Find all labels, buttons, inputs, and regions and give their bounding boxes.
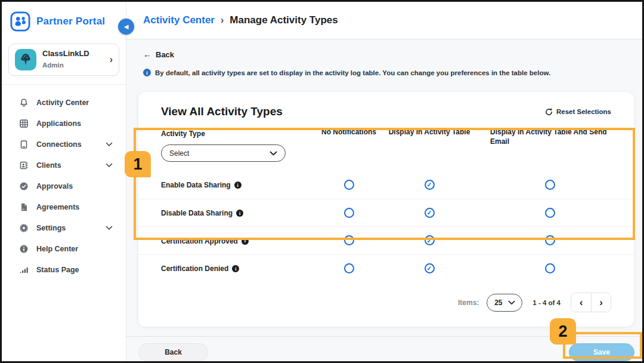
sidebar-item-agreements[interactable]: Agreements [2, 196, 126, 217]
radio-no-notifications[interactable] [344, 263, 354, 273]
save-button[interactable]: Save [569, 343, 634, 361]
card-title: View All Activity Types [161, 105, 283, 118]
breadcrumb: Activity Center › Manage Activity Types [126, 2, 642, 39]
chevron-down-icon [106, 142, 113, 147]
info-icon: i [143, 69, 151, 76]
table-row: Enable Data Sharingi [138, 171, 634, 199]
table-body: Enable Data Sharingi Disable Data Sharin… [138, 171, 634, 282]
sidebar-item-label: Connections [36, 140, 82, 149]
info-icon: i [232, 265, 239, 272]
activity-types-card: View All Activity Types Reset Selections… [138, 92, 634, 327]
check-circle-icon [19, 182, 29, 191]
info-icon: i [242, 238, 249, 245]
sidebar-item-help-center[interactable]: Help Center [2, 238, 126, 259]
sidebar-item-status-page[interactable]: Status Page [2, 259, 126, 280]
footer-actions: Back Save [126, 336, 642, 361]
radio-display-and-email[interactable] [545, 263, 555, 273]
gear-icon [19, 223, 29, 233]
table-header-row: Activity Type Select No Notifications Di… [138, 118, 634, 162]
chevron-right-icon: › [110, 54, 113, 65]
sidebar-item-label: Clients [36, 161, 61, 170]
previous-page-button[interactable]: ‹ [571, 293, 591, 312]
info-icon: i [234, 182, 242, 189]
row-label: Certification Denied [161, 264, 228, 273]
radio-display-in-table[interactable] [425, 235, 435, 245]
sidebar-item-activity-center[interactable]: Activity Center [2, 92, 126, 113]
radio-display-in-table[interactable] [425, 263, 435, 273]
agreement-icon [19, 202, 29, 212]
clients-icon [19, 161, 29, 170]
reset-label: Reset Selections [556, 108, 611, 115]
sidebar-item-label: Applications [36, 119, 81, 128]
chevron-down-icon [106, 163, 113, 168]
sidebar-collapse-button[interactable]: ◀ [118, 19, 134, 35]
app-frame: Partner Portal ClassLinkLD Admin › Activ… [0, 0, 644, 363]
chevron-down-icon [106, 226, 113, 230]
back-link-label: Back [156, 50, 174, 59]
account-card[interactable]: ClassLinkLD Admin › [8, 44, 119, 76]
content: ← Back i By default, all activity types … [126, 39, 642, 361]
back-button[interactable]: Back [138, 343, 208, 361]
sidebar-item-applications[interactable]: Applications [2, 113, 126, 134]
connections-icon [19, 140, 29, 149]
radio-display-and-email[interactable] [545, 208, 555, 218]
radio-display-and-email[interactable] [545, 235, 555, 245]
sidebar-item-label: Help Center [36, 245, 78, 253]
sidebar-item-label: Activity Center [36, 99, 89, 107]
account-avatar [15, 49, 36, 70]
row-label: Enable Data Sharing [161, 181, 231, 189]
back-link[interactable]: ← Back [143, 50, 174, 59]
radio-no-notifications[interactable] [344, 208, 354, 218]
select-value: Select [169, 149, 189, 158]
account-name: ClassLinkLD [42, 49, 104, 59]
sidebar-item-clients[interactable]: Clients [2, 155, 126, 176]
account-info: ClassLinkLD Admin [42, 49, 104, 70]
radio-no-notifications[interactable] [344, 180, 354, 190]
chevron-down-icon [270, 151, 277, 156]
activity-type-select[interactable]: Select [161, 144, 286, 162]
help-icon [19, 244, 29, 254]
next-page-button[interactable]: › [591, 293, 611, 312]
sidebar-item-label: Status Page [36, 266, 79, 274]
main-area: Activity Center › Manage Activity Types … [126, 2, 642, 361]
reset-icon [545, 108, 553, 116]
sidebar-nav: Activity Center Applications Connections… [2, 85, 126, 280]
table-row: Certification Deniedi [138, 254, 634, 282]
radio-display-in-table[interactable] [425, 208, 435, 218]
sidebar: Partner Portal ClassLinkLD Admin › Activ… [2, 2, 126, 361]
pagination-range: 1 - 4 of 4 [532, 299, 561, 306]
sidebar-item-approvals[interactable]: Approvals [2, 176, 126, 196]
sidebar-item-connections[interactable]: Connections [2, 134, 126, 155]
items-per-page-value: 25 [494, 299, 502, 307]
row-label: Disable Data Sharing [161, 209, 233, 217]
pagination: Items: 25 1 - 4 of 4 ‹ › [138, 293, 634, 312]
info-icon: i [236, 210, 243, 217]
notice-text: By default, all activity types are set t… [155, 69, 550, 76]
account-role: Admin [42, 61, 64, 69]
brand: Partner Portal [2, 2, 126, 35]
sidebar-item-label: Approvals [36, 182, 73, 190]
back-arrow-icon: ← [143, 50, 151, 59]
table-row: Disable Data Sharingi [138, 199, 634, 227]
column-no-notifications: No Notifications [321, 128, 376, 136]
row-label: Certification Approved [161, 237, 238, 245]
chevron-down-icon [508, 300, 515, 305]
column-display-in-table: Display In Activity Table [389, 128, 470, 136]
bell-icon [19, 98, 29, 107]
sidebar-item-settings[interactable]: Settings [2, 217, 126, 238]
breadcrumb-activity-center[interactable]: Activity Center [143, 14, 215, 26]
reset-selections-button[interactable]: Reset Selections [545, 108, 611, 116]
column-display-and-email: Display In Activity Table And Send Email [490, 128, 610, 146]
radio-display-and-email[interactable] [545, 180, 555, 190]
table-row: Certification Approvedi [138, 226, 634, 254]
status-bars-icon [19, 265, 29, 275]
items-per-page-label: Items: [458, 299, 479, 307]
notice-banner: i By default, all activity types are set… [143, 69, 634, 76]
radio-no-notifications[interactable] [344, 235, 354, 245]
radio-display-in-table[interactable] [425, 180, 435, 190]
items-per-page-select[interactable]: 25 [487, 294, 522, 312]
partner-portal-logo-icon [10, 11, 30, 32]
sidebar-item-label: Settings [36, 224, 66, 232]
brand-name: Partner Portal [36, 16, 105, 27]
breadcrumb-separator-icon: › [221, 15, 224, 26]
